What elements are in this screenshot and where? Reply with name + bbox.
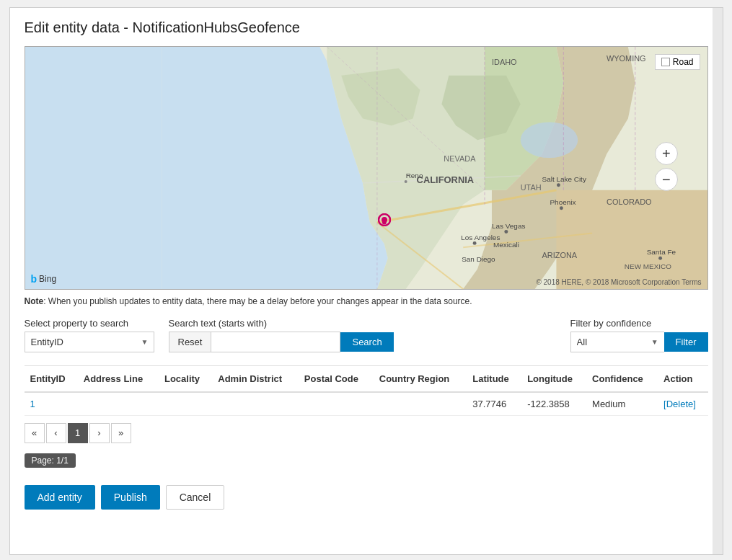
svg-text:Salt Lake City: Salt Lake City	[542, 175, 586, 183]
svg-text:Mexicali: Mexicali	[493, 241, 519, 249]
publish-button[interactable]: Publish	[101, 485, 160, 510]
svg-point-7	[472, 241, 476, 245]
property-select-wrap: EntityID Address Line Locality Admin Dis…	[25, 332, 154, 352]
col-confidence: Confidence	[586, 365, 658, 392]
next-page-button[interactable]: ›	[89, 423, 110, 443]
svg-text:Las Vegas: Las Vegas	[491, 222, 524, 230]
delete-link[interactable]: [Delete]	[663, 399, 696, 409]
svg-point-11	[658, 257, 662, 260]
search-input-row: Reset Search	[169, 332, 394, 352]
footer-buttons: Add entity Publish Cancel	[25, 485, 708, 510]
svg-point-9	[556, 183, 560, 187]
filter-group: Filter by confidence All High Medium Low…	[570, 318, 708, 352]
filter-row: All High Medium Low ▼ Filter	[570, 332, 708, 352]
bing-logo: b Bing	[31, 273, 57, 285]
note-bar: Note: When you publish updates to entity…	[25, 295, 708, 308]
svg-point-8	[504, 230, 508, 234]
col-country-region: Country Region	[374, 365, 467, 392]
svg-text:NEVADA: NEVADA	[444, 154, 476, 163]
svg-text:NEW MEXICO: NEW MEXICO	[624, 262, 671, 270]
page-info: Page: 1/1	[25, 453, 76, 468]
cancel-button[interactable]: Cancel	[166, 485, 225, 510]
col-action: Action	[658, 365, 707, 392]
map-copyright: © 2018 HERE, © 2018 Microsoft Corporatio…	[536, 278, 701, 286]
table-row: 1 37.7746 -122.3858 Medium [Delete]	[25, 392, 708, 416]
note-text: : When you publish updates to entity dat…	[43, 296, 472, 306]
svg-text:Phoenix: Phoenix	[550, 198, 576, 206]
filter-label: Filter by confidence	[570, 318, 708, 329]
road-checkbox	[661, 58, 670, 66]
col-postal-code: Postal Code	[299, 365, 374, 392]
page-container: Edit entity data - NotificationHubsGeofe…	[9, 7, 723, 555]
table-header: EntityID Address Line Locality Admin Dis…	[25, 365, 708, 392]
col-longitude: Longitude	[521, 365, 586, 392]
table-body: 1 37.7746 -122.3858 Medium [Delete]	[25, 392, 708, 416]
road-view-button[interactable]: Road	[655, 54, 700, 70]
note-bold: Note	[25, 296, 44, 306]
pagination: « ‹ 1 › »	[25, 423, 708, 443]
svg-text:COLORADO: COLORADO	[607, 197, 652, 206]
search-text-input[interactable]	[211, 332, 340, 352]
col-address-line: Address Line	[78, 365, 159, 392]
filter-select[interactable]: All High Medium Low	[570, 332, 664, 352]
cell-locality	[159, 392, 212, 416]
current-page-button[interactable]: 1	[68, 423, 88, 443]
data-table: EntityID Address Line Locality Admin Dis…	[25, 365, 708, 416]
prev-page-button[interactable]: ‹	[46, 423, 66, 443]
first-page-button[interactable]: «	[25, 423, 45, 443]
cell-latitude: 37.7746	[467, 392, 521, 416]
svg-text:CALIFORNIA: CALIFORNIA	[416, 174, 474, 185]
cell-longitude: -122.3858	[521, 392, 586, 416]
filter-select-wrap: All High Medium Low ▼	[570, 332, 664, 352]
col-locality: Locality	[159, 365, 212, 392]
svg-text:San Diego: San Diego	[462, 255, 495, 263]
property-select[interactable]: EntityID Address Line Locality Admin Dis…	[25, 332, 154, 352]
cell-address-line	[78, 392, 159, 416]
svg-text:Reno: Reno	[405, 172, 423, 179]
cell-action: [Delete]	[658, 392, 707, 416]
svg-point-12	[404, 180, 407, 183]
svg-text:IDAHO: IDAHO	[491, 58, 516, 66]
svg-text:ARIZONA: ARIZONA	[542, 251, 577, 259]
svg-text:Santa Fe: Santa Fe	[646, 248, 676, 256]
col-latitude: Latitude	[467, 365, 521, 392]
map-container[interactable]: CALIFORNIA NEVADA UTAH COLORADO ARIZONA …	[25, 46, 708, 290]
cell-country-region	[374, 392, 467, 416]
svg-text:WYOMING: WYOMING	[607, 54, 646, 63]
col-entity-id: EntityID	[25, 365, 78, 392]
entity-id-link[interactable]: 1	[30, 399, 35, 409]
map-pin	[378, 213, 391, 226]
search-text-label: Search text (starts with)	[169, 318, 394, 329]
search-section: Select property to search EntityID Addre…	[25, 318, 708, 352]
add-entity-button[interactable]: Add entity	[25, 485, 95, 510]
map-background: CALIFORNIA NEVADA UTAH COLORADO ARIZONA …	[25, 47, 707, 289]
svg-point-10	[559, 206, 563, 210]
svg-text:UTAH: UTAH	[520, 183, 541, 192]
road-label: Road	[673, 57, 694, 67]
filter-button[interactable]: Filter	[664, 332, 708, 352]
zoom-out-button[interactable]: −	[655, 168, 678, 191]
search-text-group: Search text (starts with) Reset Search	[169, 318, 394, 352]
col-admin-district: Admin District	[212, 365, 299, 392]
property-label: Select property to search	[25, 318, 154, 329]
cell-admin-district	[212, 392, 299, 416]
cell-postal-code	[299, 392, 374, 416]
cell-entity-id: 1	[25, 392, 78, 416]
search-button[interactable]: Search	[340, 332, 393, 352]
cell-confidence: Medium	[586, 392, 658, 416]
reset-button[interactable]: Reset	[169, 332, 211, 352]
zoom-in-button[interactable]: +	[655, 142, 678, 165]
map-controls: Road + −	[655, 54, 700, 191]
last-page-button[interactable]: »	[111, 423, 131, 443]
page-title: Edit entity data - NotificationHubsGeofe…	[25, 19, 708, 36]
svg-point-1	[520, 122, 578, 158]
svg-point-38	[382, 217, 387, 223]
scrollbar[interactable]	[713, 8, 723, 554]
property-search-group: Select property to search EntityID Addre…	[25, 318, 154, 352]
